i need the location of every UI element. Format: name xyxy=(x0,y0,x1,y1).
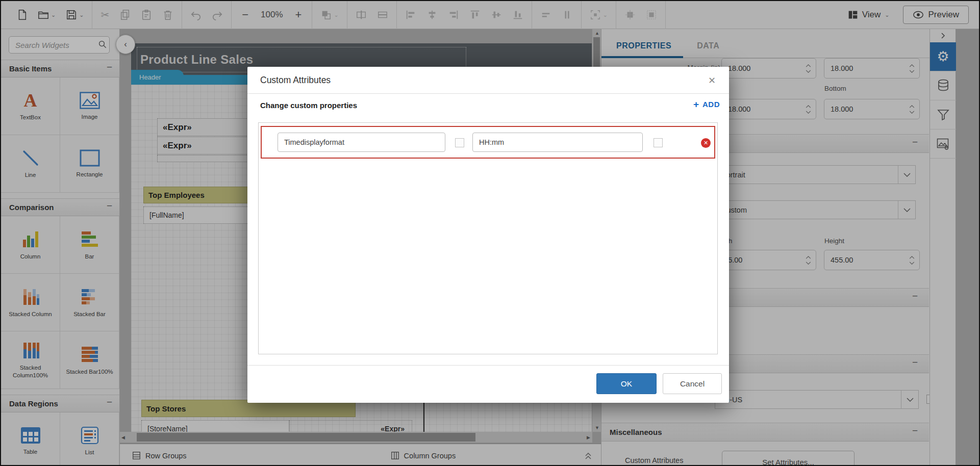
plus-icon: + xyxy=(693,99,699,109)
attribute-name-input[interactable] xyxy=(278,133,445,152)
cancel-button[interactable]: Cancel xyxy=(663,373,722,394)
attribute-value-input[interactable] xyxy=(472,133,643,152)
add-attribute-button[interactable]: + ADD xyxy=(693,99,720,109)
dialog-header: Custom Attributes ✕ xyxy=(247,67,729,94)
attribute-row: ✕ xyxy=(261,126,715,159)
custom-attributes-dialog: Custom Attributes ✕ Change custom proper… xyxy=(247,67,729,403)
ok-button[interactable]: OK xyxy=(596,373,657,394)
dialog-footer: OK Cancel xyxy=(247,365,729,403)
attribute-value-expression-checkbox[interactable] xyxy=(654,138,663,147)
report-designer-app: ⌄ ⌄ ✂ − 100% + ⌄ xyxy=(0,0,980,466)
dialog-subtitle: Change custom properties xyxy=(260,101,357,110)
close-icon[interactable]: ✕ xyxy=(705,74,719,87)
dialog-title: Custom Attributes xyxy=(260,75,331,86)
add-label: ADD xyxy=(702,100,720,109)
delete-attribute-icon[interactable]: ✕ xyxy=(701,138,711,148)
attributes-list: ✕ xyxy=(258,122,718,354)
attribute-name-expression-checkbox[interactable] xyxy=(455,138,464,147)
